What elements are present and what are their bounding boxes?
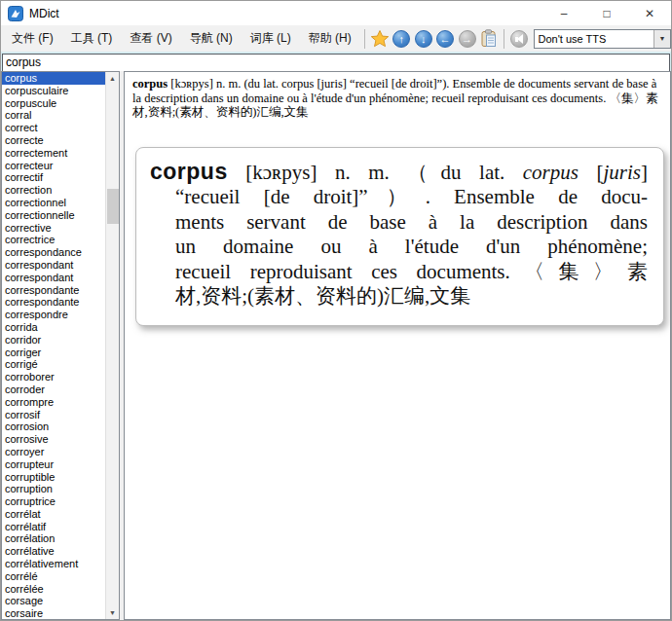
previous-word-button[interactable]: ↑ <box>392 28 411 50</box>
scan-line: un domaine ou à l'étude d'un phénomène; <box>150 235 648 260</box>
scan-lines: “recueil [de droit]”）. Ensemble de docu-… <box>150 185 648 310</box>
menu-item[interactable]: 文件 (F) <box>3 25 62 52</box>
word-list-item[interactable]: corrompre <box>2 396 105 409</box>
search-input[interactable] <box>2 54 670 72</box>
next-word-button[interactable]: ↓ <box>413 28 432 50</box>
word-list-item[interactable]: corrélatif <box>2 521 105 533</box>
text-segment: juris <box>603 161 641 184</box>
star-icon <box>370 29 390 49</box>
word-list-item[interactable]: corrélée <box>2 583 105 596</box>
app-icon <box>8 6 23 21</box>
word-list-item[interactable]: correspondant <box>2 259 105 272</box>
word-list-item[interactable]: correctrice <box>2 234 105 246</box>
minimize-button[interactable]: – <box>542 1 585 25</box>
word-list-item[interactable]: correcte <box>2 134 105 147</box>
word-list-scrollbar[interactable]: ▲ ▼ <box>105 72 119 619</box>
word-list-item[interactable]: corroder <box>2 384 105 396</box>
arrow-right-icon: → <box>459 30 476 48</box>
speaker-icon <box>510 30 528 48</box>
word-list-item[interactable]: corrupteur <box>2 458 105 471</box>
word-list-item[interactable]: corrective <box>2 222 105 235</box>
scan-line: recueil reproduisant ces documents.〈集〉素 <box>150 260 648 285</box>
titlebar: MDict – □ ✕ <box>1 1 671 25</box>
headword: corpus <box>132 77 168 91</box>
favorites-button[interactable] <box>370 28 390 50</box>
word-list-item[interactable]: corriger <box>2 347 105 359</box>
maximize-button[interactable]: □ <box>585 1 628 25</box>
window-controls: – □ ✕ <box>542 1 671 25</box>
word-list-item[interactable]: corsage <box>2 595 105 607</box>
back-button[interactable]: ← <box>435 28 455 50</box>
definition-text: corpus [kɔʀpys] n. m. (du lat. corpus [j… <box>132 77 662 120</box>
menu-item[interactable]: 导航 (N) <box>181 25 242 52</box>
menu-item[interactable]: 帮助 (H) <box>300 25 360 52</box>
word-list-item[interactable]: correctement <box>2 147 105 160</box>
scan-image-box: corpus [kɔʀpys] n. m. （du lat. corpus [j… <box>135 147 664 326</box>
word-list-item[interactable]: correspondre <box>2 309 105 321</box>
arrow-down-icon: ↓ <box>415 30 432 48</box>
word-list-item[interactable]: corrigé <box>2 358 105 371</box>
word-list-item[interactable]: corrélat <box>2 508 105 521</box>
word-list-item[interactable]: correctif <box>2 171 105 184</box>
word-list-item[interactable]: correspondance <box>2 246 105 259</box>
word-list-item[interactable]: correctionnel <box>2 197 105 209</box>
speak-button[interactable] <box>509 28 529 50</box>
text-segment: corpus <box>523 161 579 184</box>
mdict-window: MDict – □ ✕ 文件 (F)工具 (T)查看 (V)导航 (N)词库 (… <box>0 0 672 621</box>
word-list-item[interactable]: correct <box>2 122 105 134</box>
word-list: corpuscorpusculairecorpusculecorralcorre… <box>2 72 105 619</box>
word-list-item[interactable]: corrida <box>2 321 105 334</box>
menu-items: 文件 (F)工具 (T)查看 (V)导航 (N)词库 (L)帮助 (H) <box>3 25 360 52</box>
word-list-item[interactable]: corpusculaire <box>2 85 105 97</box>
menu-item[interactable]: 词库 (L) <box>242 25 300 52</box>
forward-button[interactable]: → <box>457 28 476 50</box>
definition-panel: corpus [kɔʀpys] n. m. (du lat. corpus [j… <box>124 71 671 620</box>
search-bar <box>1 52 671 71</box>
menu-item[interactable]: 查看 (V) <box>121 25 180 52</box>
word-list-item[interactable]: corrosion <box>2 420 105 433</box>
word-list-item[interactable]: correspondante <box>2 296 105 309</box>
word-list-item[interactable]: corruptible <box>2 471 105 484</box>
word-list-item[interactable]: correspondant <box>2 272 105 284</box>
tts-selected-value: Don't use TTS <box>535 33 653 45</box>
scroll-up-icon[interactable]: ▲ <box>106 72 119 85</box>
menu-toolbar: 文件 (F)工具 (T)查看 (V)导航 (N)词库 (L)帮助 (H) ↑ ↓… <box>1 25 671 52</box>
word-list-item[interactable]: corroborer <box>2 371 105 384</box>
word-list-item[interactable]: correctionnelle <box>2 209 105 222</box>
chevron-down-icon[interactable]: ▼ <box>653 30 670 48</box>
scan-line: ments servant de base à la description d… <box>150 210 648 236</box>
paste-lookup-button[interactable] <box>479 28 499 50</box>
word-list-item[interactable]: corridor <box>2 334 105 347</box>
word-list-item[interactable]: corruptrice <box>2 495 105 508</box>
word-list-item[interactable]: corral <box>2 109 105 122</box>
word-list-item[interactable]: corrélé <box>2 570 105 583</box>
word-list-item[interactable]: corsaire <box>2 607 105 619</box>
menu-item[interactable]: 工具 (T) <box>62 25 122 52</box>
word-list-item[interactable]: corruption <box>2 483 105 495</box>
tts-select[interactable]: Don't use TTS ▼ <box>534 29 671 49</box>
word-list-item[interactable]: correction <box>2 184 105 197</box>
toolbar-separator <box>364 29 365 49</box>
word-list-item[interactable]: corrélative <box>2 545 105 558</box>
word-list-item[interactable]: correspondante <box>2 284 105 297</box>
scan-line: “recueil [de droit]”）. Ensemble de docu- <box>150 185 648 210</box>
word-list-item[interactable]: corrosif <box>2 409 105 421</box>
word-list-item[interactable]: corrélativement <box>2 558 105 570</box>
close-button[interactable]: ✕ <box>628 1 671 25</box>
word-list-item[interactable]: corroyer <box>2 446 105 458</box>
scrollbar-thumb[interactable] <box>107 189 119 224</box>
word-list-item[interactable]: corrosive <box>2 433 105 446</box>
sidebar: corpuscorpusculairecorpusculecorralcorre… <box>1 71 120 620</box>
window-title: MDict <box>29 7 59 20</box>
word-list-item[interactable]: correcteur <box>2 160 105 172</box>
text-segment: corpus <box>150 159 228 184</box>
text-segment: ] <box>641 161 648 184</box>
toolbar-separator <box>504 29 504 49</box>
text-segment: [ <box>579 161 604 184</box>
word-list-item[interactable]: corpuscule <box>2 97 105 110</box>
clipboard-icon <box>480 29 498 48</box>
scan-line: 材,资料;(素材、资料的)汇编,文集 <box>150 284 648 310</box>
word-list-item[interactable]: corpus <box>2 72 105 85</box>
word-list-item[interactable]: corrélation <box>2 532 105 545</box>
scroll-down-icon[interactable]: ▼ <box>106 606 119 619</box>
